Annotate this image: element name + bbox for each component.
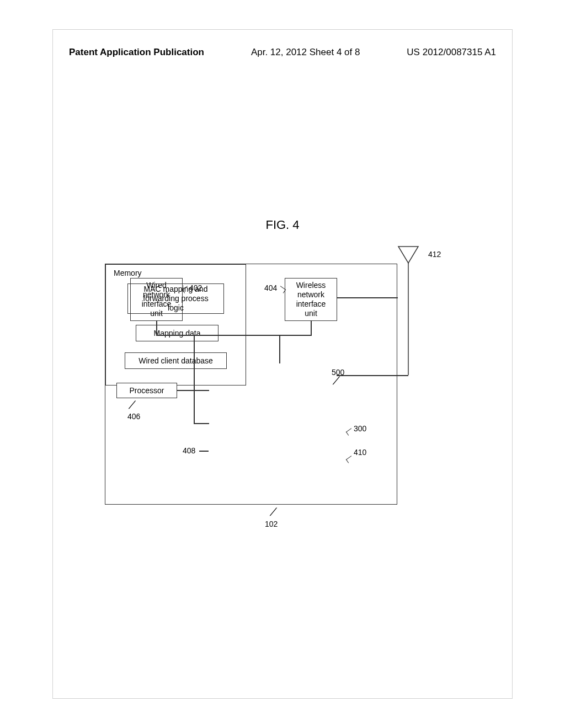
header-left: Patent Application Publication bbox=[69, 47, 204, 58]
mac-l3: logic bbox=[168, 303, 184, 313]
mac-l1: MAC mapping and bbox=[144, 285, 208, 294]
ref-408: 408 bbox=[183, 446, 195, 455]
page-header: Patent Application Publication Apr. 12, … bbox=[69, 47, 496, 58]
slash-102: / bbox=[269, 506, 277, 518]
wireless-interface-box: Wireless network interface unit bbox=[285, 278, 337, 321]
ref-404: 404 bbox=[264, 283, 277, 292]
slash-406: / bbox=[128, 399, 136, 411]
header-right: US 2012/0087315 A1 bbox=[407, 47, 496, 58]
wireless-l2: network bbox=[297, 290, 324, 299]
figure-title: FIG. 4 bbox=[265, 218, 299, 232]
processor-label: Processor bbox=[129, 386, 164, 395]
ref-410: 410 bbox=[354, 448, 366, 457]
conn-proc-bot bbox=[194, 423, 209, 424]
wireless-l1: Wireless bbox=[296, 281, 326, 290]
mapping-data-box: Mapping data bbox=[136, 325, 218, 341]
ref-300: 300 bbox=[354, 424, 366, 433]
tick-300 bbox=[346, 428, 354, 435]
conn-wired-down bbox=[156, 321, 157, 335]
diagram: 412 Wired network interface unit Wireles… bbox=[105, 245, 452, 527]
conn-proc-vert2 bbox=[194, 390, 195, 423]
conn-antenna-ext bbox=[337, 375, 408, 376]
svg-marker-0 bbox=[398, 247, 418, 263]
ref-102: 102 bbox=[265, 520, 278, 528]
conn-bus-top bbox=[156, 335, 312, 336]
wired-client-db-box: Wired client database bbox=[125, 352, 227, 369]
antenna-icon bbox=[397, 245, 425, 414]
conn-proc-vert bbox=[194, 335, 195, 390]
memory-label: Memory bbox=[114, 269, 142, 277]
mac-process-box: MAC mapping and forwarding process logic bbox=[127, 283, 224, 314]
conn-wireless-down bbox=[311, 321, 312, 335]
mac-l2: forwarding process bbox=[143, 294, 208, 303]
database-label: Wired client database bbox=[138, 356, 213, 365]
wireless-l4: unit bbox=[305, 309, 317, 318]
conn-proc-mem bbox=[177, 390, 209, 391]
conn-wireless-antenna bbox=[337, 297, 398, 298]
tick-410 bbox=[346, 456, 354, 463]
header-center: Apr. 12, 2012 Sheet 4 of 8 bbox=[251, 47, 360, 58]
conn-bus-mem bbox=[279, 335, 280, 363]
ref-412: 412 bbox=[428, 250, 441, 259]
device-main-box: Wired network interface unit Wireless ne… bbox=[105, 264, 397, 505]
processor-box: Processor bbox=[116, 383, 177, 398]
wireless-l3: interface bbox=[296, 299, 326, 309]
line-408 bbox=[199, 451, 209, 452]
ref-406: 406 bbox=[127, 412, 140, 421]
